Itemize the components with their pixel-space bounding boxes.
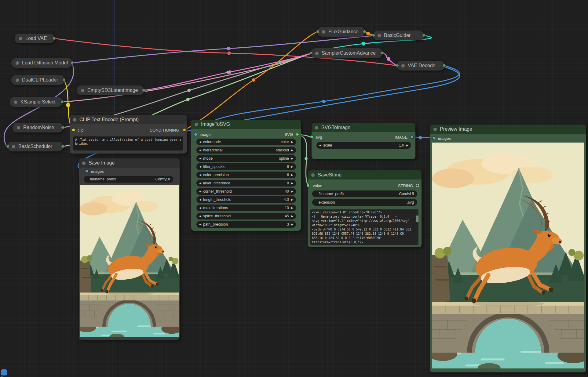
node-flux-guidance[interactable]: FluxGuidance: [318, 27, 365, 37]
arrow-left-icon[interactable]: ◀: [199, 223, 201, 226]
input-port[interactable]: [372, 34, 375, 37]
arrow-left-icon[interactable]: ◀: [199, 190, 201, 193]
arrow-right-icon[interactable]: ▶: [291, 141, 293, 143]
reroute-dot-sigmas[interactable]: [186, 98, 190, 101]
arrow-left-icon[interactable]: ◀: [199, 141, 201, 143]
arrow-left-icon[interactable]: ◀: [199, 174, 201, 176]
collapse-dot-icon[interactable]: [73, 118, 76, 121]
arrow-left-icon[interactable]: ◀: [199, 198, 201, 201]
widget-layer-difference[interactable]: ◀ layer_difference 8 ▶: [196, 180, 296, 187]
node-image-to-svg[interactable]: ImageToSVG image SVG ◀ colormode color ▶…: [191, 120, 301, 231]
widget-length-threshold[interactable]: ◀ length_threshold 4.0 ▶: [196, 196, 296, 203]
prompt-textarea[interactable]: A flat vector art illustration of a goat…: [73, 136, 183, 150]
arrow-right-icon[interactable]: ▶: [291, 182, 293, 185]
reroute-dot-model[interactable]: [227, 47, 230, 50]
output-port[interactable]: [381, 51, 384, 55]
collapse-dot-icon[interactable]: [433, 128, 437, 131]
output-port[interactable]: [60, 100, 64, 103]
collapse-dot-icon[interactable]: [12, 145, 15, 148]
node-load-vae[interactable]: Load VAE: [15, 34, 54, 43]
output-port[interactable]: [61, 126, 64, 129]
widget-colormode[interactable]: ◀ colormode color ▶: [196, 139, 296, 145]
reroute-dot-guidance[interactable]: [366, 32, 370, 35]
output-port[interactable]: [422, 34, 425, 37]
collapse-dot-icon[interactable]: [82, 161, 86, 165]
arrow-right-icon[interactable]: ▶: [291, 165, 293, 168]
arrow-left-icon[interactable]: ◀: [199, 165, 201, 168]
app-logo[interactable]: [1, 369, 7, 375]
node-random-noise[interactable]: RandomNoise: [13, 123, 63, 132]
image-output-port[interactable]: [410, 135, 414, 139]
node-clip-text-encode[interactable]: CLIP Text Encode (Prompt) clip CONDITION…: [70, 115, 187, 154]
value-input-port[interactable]: [306, 184, 310, 187]
collapse-dot-icon[interactable]: [311, 173, 315, 177]
node-vae-decode[interactable]: VAE Decode: [397, 61, 444, 71]
widget-path-precision[interactable]: ◀ path_precision 3 ▶: [196, 221, 296, 228]
widget-color-precision[interactable]: ◀ color_precision 6 ▶: [196, 172, 296, 178]
node-preview-image[interactable]: Preview Image images: [430, 125, 586, 372]
collapse-dot-icon[interactable]: [315, 52, 319, 55]
reroute-dot-conditioning[interactable]: [252, 78, 255, 82]
collapse-dot-icon[interactable]: [16, 78, 19, 82]
arrow-right-icon[interactable]: ▶: [291, 149, 293, 152]
node-empty-sd3-latent-image[interactable]: EmptySD3LatentImage: [77, 85, 144, 95]
scroll-up-icon[interactable]: ⌃: [415, 210, 419, 213]
output-port[interactable]: [363, 30, 366, 33]
arrow-left-icon[interactable]: ◀: [199, 207, 201, 209]
node-header[interactable]: SaveString: [308, 170, 422, 179]
arrow-right-icon[interactable]: ▶: [291, 215, 293, 218]
filename-prefix-widget[interactable]: filename_prefix ComfyUI: [312, 190, 417, 197]
reroute-dot-noise[interactable]: [188, 89, 191, 92]
extension-widget[interactable]: extension .svg: [312, 199, 417, 206]
collapse-dot-icon[interactable]: [19, 37, 22, 40]
collapse-dot-icon[interactable]: [401, 64, 405, 67]
widget-max-iterations[interactable]: ◀ max_iterations 10 ▶: [196, 205, 296, 211]
reroute-dot-latent[interactable]: [228, 71, 232, 74]
reroute-dot-latent-out[interactable]: [387, 57, 390, 61]
collapse-dot-icon[interactable]: [14, 100, 17, 104]
widget-scale[interactable]: ◀ scale 1.0 ▶: [316, 142, 411, 149]
node-header[interactable]: SVGToImage: [312, 123, 415, 132]
output-port[interactable]: [53, 37, 56, 40]
image-input-port[interactable]: [194, 133, 197, 136]
collapse-dot-icon[interactable]: [16, 61, 19, 65]
node-basic-scheduler[interactable]: BasicScheduler: [8, 142, 63, 151]
collapse-dot-icon[interactable]: [315, 126, 318, 129]
arrow-right-icon[interactable]: ▶: [291, 190, 293, 193]
arrow-right-icon[interactable]: ▶: [291, 223, 293, 226]
arrow-left-icon[interactable]: ◀: [199, 215, 201, 218]
scroll-down-icon[interactable]: ⌄: [415, 241, 419, 244]
arrow-left-icon[interactable]: ◀: [319, 144, 321, 147]
reroute-dot-guider[interactable]: [362, 42, 366, 46]
input-port[interactable]: [316, 30, 320, 33]
collapse-dot-icon[interactable]: [322, 30, 325, 34]
reroute-dot-svg[interactable]: [305, 157, 308, 160]
node-header[interactable]: ImageToSVG: [191, 120, 301, 129]
filename-prefix-widget[interactable]: filename_prefix ComfyUI: [84, 176, 173, 183]
node-dual-clip-loader[interactable]: DualCLIPLoader: [11, 75, 64, 85]
output-port[interactable]: [443, 64, 446, 67]
node-load-diffusion-model[interactable]: Load Diffusion Model: [11, 58, 72, 68]
conditioning-output-port[interactable]: [183, 128, 186, 132]
reroute-dot-noise-2[interactable]: [226, 71, 229, 74]
node-header[interactable]: Save Image: [79, 158, 180, 168]
widget-splice-threshold[interactable]: ◀ splice_threshold 45 ▶: [196, 213, 296, 219]
widget-mode[interactable]: ◀ mode spline ▶: [196, 155, 296, 162]
arrow-right-icon[interactable]: ▶: [291, 174, 293, 176]
input-port[interactable]: [309, 51, 313, 55]
reroute-dot-clip[interactable]: [66, 103, 70, 107]
arrow-left-icon[interactable]: ◀: [199, 157, 201, 160]
reroute-dot-image[interactable]: [322, 100, 326, 103]
node-graph-canvas[interactable]: Load VAE Load Diffusion Model DualCLIPLo…: [0, 0, 588, 377]
collapse-dot-icon[interactable]: [195, 123, 198, 126]
arrow-right-icon[interactable]: ▶: [291, 198, 293, 201]
collapse-dot-icon[interactable]: [81, 89, 84, 92]
arrow-right-icon[interactable]: ▶: [406, 144, 408, 147]
collapse-dot-icon[interactable]: [378, 34, 381, 37]
output-port[interactable]: [61, 145, 64, 148]
widget-hierarchical[interactable]: ◀ hierarchical stacked ▶: [196, 147, 296, 154]
node-basic-guider[interactable]: BasicGuider: [373, 31, 424, 40]
string-output-port[interactable]: [416, 184, 419, 187]
svg-input-port[interactable]: [310, 135, 313, 139]
scrollbar-thumb[interactable]: [416, 216, 418, 222]
